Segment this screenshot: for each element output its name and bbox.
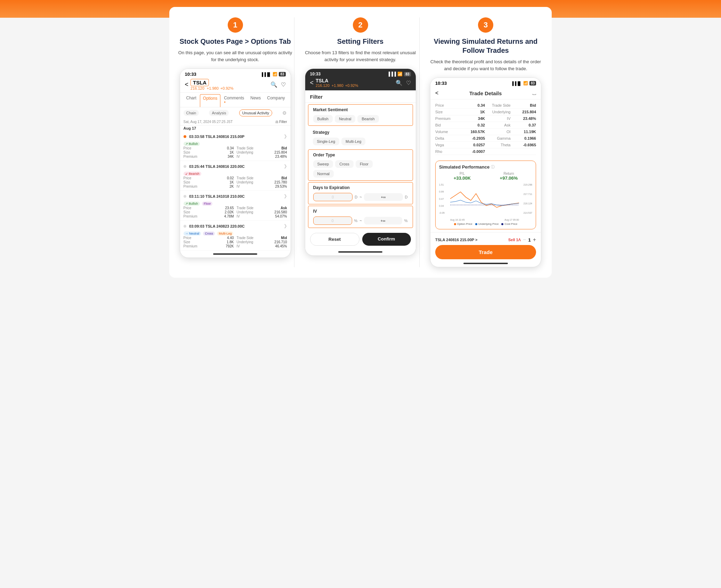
bottom-action-bar: TSLA 240816 215.00P > Sell 1Λ − 1 + Trad… bbox=[430, 235, 541, 261]
back-button-2[interactable]: < bbox=[310, 79, 314, 87]
badge-bullish-2: ↗ Bullish bbox=[184, 202, 200, 206]
subtab-chain[interactable]: Chain bbox=[184, 110, 199, 116]
option-normal[interactable]: Normal bbox=[313, 170, 334, 178]
date-label: Sat, Aug 17, 2024 05:27:25 JST bbox=[184, 120, 233, 124]
option-neutral[interactable]: Neutral bbox=[335, 115, 355, 123]
search-icon-1[interactable]: 🔍 bbox=[270, 81, 277, 88]
bottom-ticker[interactable]: TSLA 240816 215.00P > bbox=[435, 238, 477, 242]
time-3: 10:33 bbox=[435, 81, 447, 86]
days-expiry-max[interactable]: +∞ bbox=[364, 193, 403, 201]
trade-button[interactable]: Trade bbox=[435, 245, 536, 259]
column-2: 2 Setting Filters Choose from 13 filters… bbox=[301, 17, 420, 267]
trade-indicator-4 bbox=[184, 225, 186, 228]
tabs-row-1: Chart Options Comments ● News Company bbox=[180, 93, 291, 107]
chevron-right-3: ❯ bbox=[284, 194, 287, 198]
share-icon[interactable]: ⎵ bbox=[533, 90, 536, 96]
signal-icon-2: ▐▐▐ bbox=[387, 72, 396, 76]
subtab-unusual-activity[interactable]: Unusual Activity bbox=[239, 109, 273, 116]
home-indicator-1 bbox=[213, 253, 257, 255]
phone-2: 10:33 ▐▐▐ 📶 83 < TSLA bbox=[305, 68, 416, 256]
option-cross[interactable]: Cross bbox=[335, 160, 354, 168]
trade-details-3: Price23.65 Trade SideAsk Size2.02K Under… bbox=[184, 206, 287, 218]
phone2-dark-header: 10:33 ▐▐▐ 📶 83 < TSLA bbox=[305, 69, 416, 90]
table-row[interactable]: 03:25:44 TSLA 240816 220.00C ❯ ↙ Bearish… bbox=[180, 161, 291, 191]
column-3: 3 Viewing Simulated Returns and Follow T… bbox=[427, 17, 545, 267]
days-expiry-min[interactable]: 0 bbox=[313, 193, 353, 201]
col1-title: Stock Quotes Page > Options Tab bbox=[179, 37, 291, 46]
option-sweep[interactable]: Sweep bbox=[313, 160, 333, 168]
tab-chart[interactable]: Chart bbox=[184, 94, 199, 107]
sim-perf-info-icon: ⓘ bbox=[491, 164, 495, 170]
detail-row-3: Premium34K IV23.48% bbox=[435, 115, 536, 122]
step-1-circle: 1 bbox=[228, 17, 243, 33]
header-icons-1: 🔍 ♡ bbox=[270, 81, 286, 88]
col3-desc: Check the theoretical profit and loss de… bbox=[427, 58, 545, 72]
strategy-title: Strategy bbox=[313, 130, 408, 135]
legend-underlying-price: Underlying Price bbox=[475, 222, 499, 226]
status-bar-3: 10:33 ▐▐▐▌ 📶 83 bbox=[430, 78, 541, 87]
detail-row-2: Size1K Underlying215.804 bbox=[435, 109, 536, 115]
tab-company[interactable]: Company bbox=[264, 94, 287, 107]
legend-option-price: Option Price bbox=[454, 222, 472, 226]
chart-legend: Option Price Underlying Price Cost Price bbox=[439, 222, 532, 226]
qty-plus[interactable]: + bbox=[533, 237, 536, 243]
trade-details-title: Trade Details bbox=[469, 90, 502, 96]
back-button-1[interactable]: < bbox=[185, 81, 189, 88]
col2-desc: Choose from 13 filters to find the most … bbox=[301, 49, 419, 63]
chart-y-labels: 1.51 0.99 0.47 0.34 -0.05 bbox=[439, 183, 450, 215]
phone-1: 10:33 ▐▐▐▌ 📶 83 < TSLA bbox=[180, 68, 291, 258]
chart-y-right-labels: 219.298 217.711 216.124 214.537 bbox=[519, 183, 532, 215]
back-button-3[interactable]: < bbox=[435, 90, 438, 96]
option-floor[interactable]: Floor bbox=[356, 160, 373, 168]
heart-icon-2[interactable]: ♡ bbox=[406, 80, 411, 86]
order-type-section: Order Type Sweep Cross Floor Normal bbox=[308, 149, 413, 181]
detail-row-8: Rho-0.0007 bbox=[435, 148, 536, 155]
iv-range: 0 % ~ +∞ % bbox=[313, 217, 408, 225]
sim-pl-metric: P/L +33.00K bbox=[454, 172, 471, 181]
header-icons-2: 🔍 ♡ bbox=[396, 80, 411, 86]
iv-min[interactable]: 0 bbox=[313, 217, 352, 225]
iv-max[interactable]: +∞ bbox=[364, 217, 402, 224]
tab-comments[interactable]: Comments ● bbox=[221, 94, 247, 107]
trade-details-2: Price0.02 Trade SideBid Size1K Underlyin… bbox=[184, 176, 287, 188]
time-1: 10:33 bbox=[185, 72, 196, 77]
heart-icon-1[interactable]: ♡ bbox=[281, 81, 286, 88]
trade-indicator-1 bbox=[184, 135, 186, 138]
trade-time-3: 03:11:10 TSLA 241018 210.00C bbox=[189, 194, 245, 198]
trade-detail-header: < Trade Details ⎵ bbox=[430, 87, 541, 99]
subtab-analysis[interactable]: Analysis bbox=[209, 110, 229, 116]
signal-icon-3: ▐▐▐▌ bbox=[511, 81, 522, 85]
table-row[interactable]: 03:09:03 TSLA 240823 220.00C ❯ → Neutral… bbox=[180, 221, 291, 251]
confirm-button[interactable]: Confirm bbox=[362, 233, 411, 246]
date-header: Aug 17 bbox=[180, 125, 291, 131]
option-single-leg[interactable]: Single-Leg bbox=[313, 138, 340, 145]
search-icon-2[interactable]: 🔍 bbox=[396, 80, 403, 86]
days-expiry-range: 0 D ~ +∞ D bbox=[313, 193, 408, 201]
reset-button[interactable]: Reset bbox=[310, 233, 359, 246]
qty-minus[interactable]: − bbox=[523, 237, 526, 243]
wifi-icon-2: 📶 bbox=[397, 72, 403, 76]
signal-icon: ▐▐▐▌ bbox=[260, 72, 271, 76]
status-icons-1: ▐▐▐▌ 📶 83 bbox=[260, 72, 285, 76]
trade-indicator-2 bbox=[184, 165, 186, 168]
table-row[interactable]: 03:33:58 TSLA 240816 215.00P ❯ ↗ Bullish… bbox=[180, 131, 291, 161]
option-bullish[interactable]: Bullish bbox=[313, 115, 333, 123]
option-multi-leg[interactable]: Multi-Leg bbox=[341, 138, 365, 145]
settings-icon[interactable]: ⚙ bbox=[282, 110, 287, 116]
main-container: 1 Stock Quotes Page > Options Tab On thi… bbox=[169, 7, 552, 278]
option-bearish[interactable]: Bearish bbox=[357, 115, 379, 123]
iv-max-unit: % bbox=[404, 219, 408, 223]
filter-button[interactable]: ⚖ Filter bbox=[275, 120, 287, 124]
tab-news[interactable]: News bbox=[248, 94, 264, 107]
table-row[interactable]: 03:11:10 TSLA 241018 210.00C ❯ ↗ Bullish… bbox=[180, 191, 291, 221]
badge-bullish-1: ↗ Bullish bbox=[184, 142, 200, 146]
days-expiry-section: Days to Expiration 0 D ~ +∞ D bbox=[308, 182, 413, 204]
column-1: 1 Stock Quotes Page > Options Tab On thi… bbox=[176, 17, 294, 267]
status-bar-1: 10:33 ▐▐▐▌ 📶 83 bbox=[180, 69, 291, 78]
badge-neutral-1: → Neutral bbox=[184, 231, 201, 236]
sim-perf-title: Simulated Performance bbox=[439, 164, 489, 170]
tab-options[interactable]: Options bbox=[200, 94, 220, 107]
sell-label: Sell 1Λ bbox=[508, 238, 521, 242]
badge-cross-1: Cross bbox=[203, 231, 215, 236]
iv-title: IV bbox=[313, 209, 408, 214]
